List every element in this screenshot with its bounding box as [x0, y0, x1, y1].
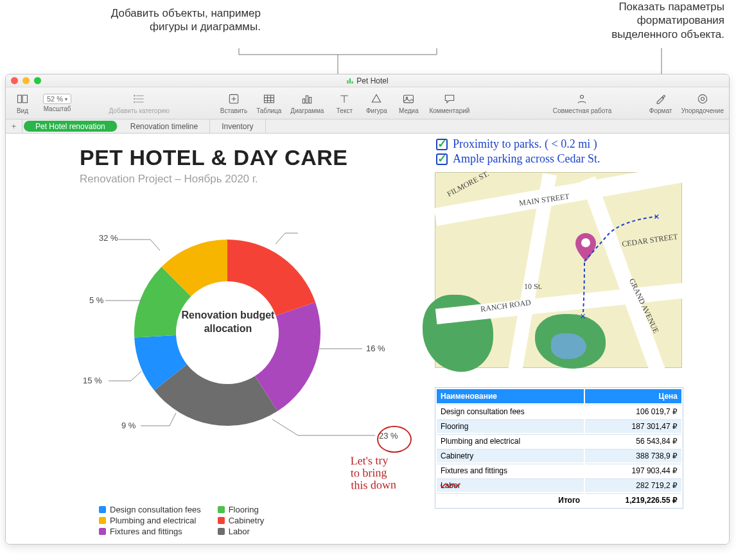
svg-point-28 — [698, 94, 706, 103]
insert-icon — [227, 92, 240, 105]
svg-point-27 — [581, 95, 584, 98]
svg-point-8 — [134, 95, 135, 96]
table-row[interactable]: Flooring187 301,47 ₽ — [437, 419, 681, 433]
svg-point-10 — [134, 101, 135, 103]
page-subtitle: Renovation Project – Ноябрь 2020 г. — [80, 173, 347, 186]
text-button[interactable]: Текст — [333, 92, 356, 114]
checkbox-icon: ✓ — [436, 153, 448, 165]
svg-rect-4 — [22, 95, 28, 103]
insert-button[interactable]: Вставить — [220, 92, 247, 114]
donut-label-32: 32 % — [99, 233, 118, 243]
toolbar: Вид 52 %▾ Масштаб Добавить категорию Вст… — [6, 87, 729, 119]
swatch-blue — [99, 506, 106, 513]
map-route — [435, 173, 683, 369]
table-header-name[interactable]: Наименование — [437, 389, 584, 403]
zoom-select[interactable]: 52 %▾ Масштаб — [43, 94, 71, 112]
sheet-tab-timeline[interactable]: Renovation timeline — [119, 119, 210, 133]
table-icon — [263, 92, 276, 105]
media-icon — [402, 92, 415, 105]
title-block: PET HOTEL & DAY CARE Renovation Project … — [80, 145, 347, 186]
collaborate-icon — [575, 92, 588, 105]
table-row[interactable]: Plumbing and electrical56 543,84 ₽ — [437, 434, 681, 448]
swatch-yellow — [99, 517, 106, 524]
location-map[interactable]: FILMORE ST. MAIN STREET CEDAR STREET RAN… — [435, 172, 682, 368]
table-row[interactable]: Cabinetry388 738,9 ₽ — [437, 449, 681, 462]
format-icon — [654, 92, 667, 105]
svg-point-29 — [701, 98, 704, 101]
add-sheet-button[interactable]: + — [6, 119, 22, 133]
view-icon — [16, 92, 29, 105]
svg-rect-25 — [404, 95, 414, 103]
media-button[interactable]: Медиа — [397, 92, 420, 114]
slice-cabinetry — [227, 240, 315, 316]
arrange-icon — [696, 92, 709, 105]
swatch-purple — [99, 528, 106, 535]
text-icon — [338, 92, 351, 105]
svg-rect-0 — [347, 80, 349, 83]
svg-rect-19 — [303, 99, 305, 103]
list-icon — [133, 92, 146, 105]
swatch-green — [218, 506, 225, 513]
handwritten-checklist: ✓Proximity to parks. ( < 0.2 mi ) ✓Ample… — [436, 137, 600, 167]
swatch-grey — [218, 528, 225, 535]
chart-legend: Design consultation fees Flooring Plumbi… — [99, 505, 319, 536]
callout-format-panel: Показать параметры форматирования выделе… — [611, 0, 724, 41]
donut-label-5: 5 % — [89, 295, 103, 305]
view-button[interactable]: Вид — [11, 92, 34, 114]
numbers-doc-icon — [346, 77, 354, 85]
donut-label-15: 15 % — [83, 376, 102, 385]
document-title: Pet Hotel — [6, 76, 729, 85]
svg-rect-20 — [306, 96, 308, 103]
svg-point-9 — [134, 98, 135, 100]
comment-icon — [443, 92, 456, 105]
swatch-red — [218, 517, 225, 524]
table-row[interactable]: Fixtures and fittings197 903,44 ₽ — [437, 464, 681, 477]
table-button[interactable]: Таблица — [256, 92, 281, 114]
annotation-callouts: Добавить объекты, например фигуры и диаг… — [0, 0, 736, 67]
format-button[interactable]: Формат — [649, 92, 672, 114]
table-row[interactable]: Labor282 719,2 ₽ — [437, 478, 681, 492]
comment-button[interactable]: Комментарий — [429, 92, 469, 114]
svg-rect-2 — [352, 81, 353, 83]
chart-button[interactable]: Диаграмма — [290, 92, 324, 114]
donut-center-label: Renovation budget allocation — [154, 309, 302, 336]
add-category-button[interactable]: Добавить категорию — [109, 92, 170, 114]
sheet-tabs: + Pet Hotel renovation Renovation timeli… — [6, 119, 729, 134]
table-header-row: Наименование Цена — [437, 389, 681, 403]
table-header-price[interactable]: Цена — [585, 389, 681, 403]
svg-rect-3 — [18, 95, 22, 103]
hand-circle-annotation — [377, 426, 412, 453]
donut-label-16: 16 % — [366, 344, 385, 353]
table-total-row: Итого1,219,226.55 ₽ — [437, 493, 681, 507]
handwritten-note: Let's try to bring this down — [351, 454, 396, 491]
sheet-canvas[interactable]: PET HOTEL & DAY CARE Renovation Project … — [6, 134, 729, 544]
numbers-window: Pet Hotel Вид 52 %▾ Масштаб Добавить кат… — [5, 74, 730, 545]
chevron-down-icon: ▾ — [65, 96, 67, 102]
svg-marker-24 — [372, 94, 381, 102]
checkbox-icon: ✓ — [436, 139, 448, 150]
shape-icon — [370, 92, 383, 105]
svg-rect-21 — [310, 98, 311, 103]
table-row[interactable]: Design consultation fees106 019,7 ₽ — [437, 405, 681, 418]
sheet-tab-active[interactable]: Pet Hotel renovation — [24, 121, 118, 132]
callout-add-objects: Добавить объекты, например фигуры и диаг… — [111, 6, 261, 34]
collaborate-button[interactable]: Совместная работа — [553, 92, 612, 114]
page-title: PET HOTEL & DAY CARE — [80, 145, 347, 170]
sheet-tab-inventory[interactable]: Inventory — [210, 119, 265, 133]
svg-rect-14 — [264, 95, 274, 103]
chart-icon — [301, 92, 313, 105]
arrange-button[interactable]: Упорядочение — [681, 92, 724, 114]
donut-label-9: 9 % — [121, 421, 136, 430]
svg-point-26 — [407, 97, 408, 99]
window-titlebar: Pet Hotel — [6, 74, 729, 87]
shape-button[interactable]: Фигура — [365, 92, 388, 114]
svg-rect-1 — [349, 78, 351, 83]
cost-table[interactable]: Наименование Цена Design consultation fe… — [435, 387, 683, 509]
